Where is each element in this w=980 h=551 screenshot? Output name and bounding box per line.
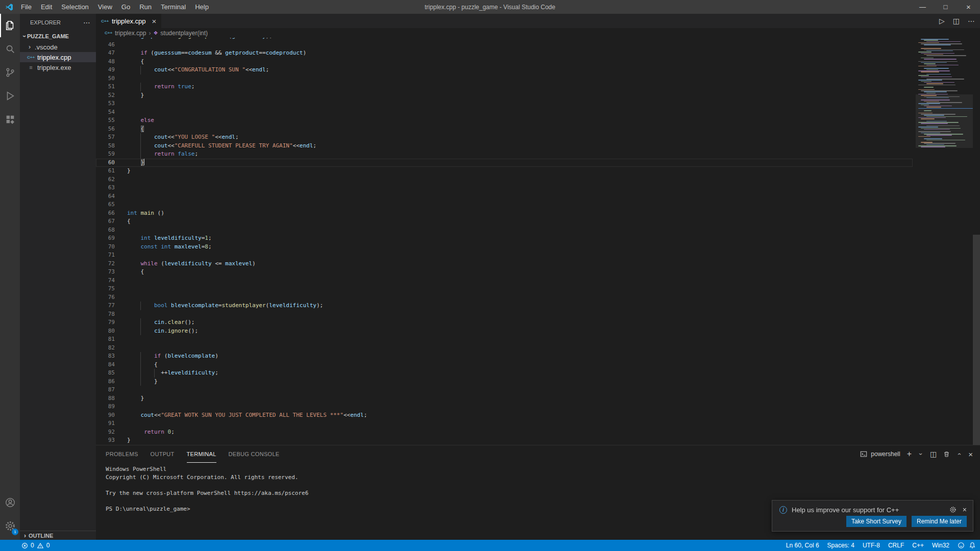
source-control-icon[interactable] xyxy=(0,61,20,84)
status-item-c-[interactable]: C++ xyxy=(908,542,928,549)
panel-tab-problems[interactable]: PROBLEMS xyxy=(106,445,138,463)
code-line-65[interactable]: 65 xyxy=(96,201,913,209)
code-line-86[interactable]: 86 } xyxy=(96,378,913,386)
status-item-utf-8[interactable]: UTF-8 xyxy=(859,542,884,549)
code-line-46[interactable]: 46 xyxy=(96,41,913,49)
breadcrumb-symbol[interactable]: studentplayer(int) xyxy=(160,30,208,37)
code-line-63[interactable]: 63 xyxy=(96,184,913,192)
notifications-bell-icon[interactable] xyxy=(969,542,976,549)
status-item-crlf[interactable]: CRLF xyxy=(884,542,908,549)
panel-tab-output[interactable]: OUTPUT xyxy=(151,445,175,463)
new-terminal-icon[interactable]: + xyxy=(907,449,912,459)
notification-close-icon[interactable]: × xyxy=(963,506,967,514)
menu-view[interactable]: View xyxy=(93,0,117,14)
code-line-62[interactable]: 62 xyxy=(96,176,913,184)
panel-tab-terminal[interactable]: TERMINAL xyxy=(187,445,216,463)
menu-selection[interactable]: Selection xyxy=(57,0,93,14)
problems-status[interactable]: 0 0 xyxy=(21,542,50,549)
code-line-61[interactable]: 61} xyxy=(96,167,913,176)
code-line-76[interactable]: 76 xyxy=(96,293,913,302)
close-button[interactable]: × xyxy=(957,0,980,14)
tab-tripplex-cpp[interactable]: C++ tripplex.cpp × xyxy=(96,14,161,28)
status-item-ln-60-col-6[interactable]: Ln 60, Col 6 xyxy=(782,542,823,549)
code-line-69[interactable]: 69 int leveldificulty=1; xyxy=(96,234,913,243)
notification-settings-icon[interactable] xyxy=(949,506,957,513)
code-line-47[interactable]: 47 if (guesssum==codesum && getproduct==… xyxy=(96,49,913,58)
code-line-91[interactable]: 91 xyxy=(96,419,913,428)
code-line-79[interactable]: 79 cin.clear(); xyxy=(96,318,913,327)
menu-terminal[interactable]: Terminal xyxy=(156,0,190,14)
split-editor-icon[interactable]: ◫ xyxy=(953,17,960,25)
split-terminal-icon[interactable]: ◫ xyxy=(930,450,937,458)
settings-gear-icon[interactable]: 1 xyxy=(0,514,20,538)
code-line-70[interactable]: 70 const int maxlevel=8; xyxy=(96,243,913,252)
code-line-88[interactable]: 88 } xyxy=(96,394,913,403)
code-line-53[interactable]: 53 xyxy=(96,99,913,108)
minimap[interactable] xyxy=(916,38,973,445)
menu-file[interactable]: File xyxy=(16,0,36,14)
close-panel-icon[interactable]: × xyxy=(968,450,973,459)
run-button[interactable]: ▷ xyxy=(939,17,945,25)
menu-help[interactable]: Help xyxy=(190,0,213,14)
code-line-83[interactable]: 83 if (blevelcomplate) xyxy=(96,352,913,361)
code-editor[interactable]: getproduct=getguessproduct(guessarray);4… xyxy=(96,38,980,445)
explorer-more-actions-icon[interactable]: ⋯ xyxy=(83,18,91,27)
menu-run[interactable]: Run xyxy=(135,0,156,14)
file-item-tripplex-cpp[interactable]: C++tripplex.cpp xyxy=(20,52,96,62)
code-line-89[interactable]: 89 xyxy=(96,403,913,411)
code-line-77[interactable]: 77 bool blevelcomplate=studentplayer(lev… xyxy=(96,302,913,310)
code-line-81[interactable]: 81 xyxy=(96,335,913,344)
maximize-button[interactable]: □ xyxy=(934,0,957,14)
remind-later-button[interactable]: Remind Me later xyxy=(912,516,967,527)
code-line-67[interactable]: 67{ xyxy=(96,217,913,226)
scrollbar-thumb[interactable] xyxy=(973,235,980,445)
code-line-59[interactable]: 59 return false; xyxy=(96,150,913,159)
minimize-button[interactable]: — xyxy=(911,0,934,14)
file-item--vscode[interactable]: ›.vscode xyxy=(20,42,96,52)
code-line-66[interactable]: 66int main () xyxy=(96,209,913,218)
code-line-74[interactable]: 74 xyxy=(96,277,913,285)
breadcrumb-file[interactable]: tripplex.cpp xyxy=(115,30,146,37)
code-line-55[interactable]: 55 else xyxy=(96,116,913,125)
menu-go[interactable]: Go xyxy=(117,0,135,14)
extensions-icon[interactable] xyxy=(0,108,20,131)
code-line-85[interactable]: 85 ++leveldificulty; xyxy=(96,369,913,378)
code-line-56[interactable]: 56 { xyxy=(96,125,913,134)
account-icon[interactable] xyxy=(0,491,20,514)
more-actions-icon[interactable]: ⋯ xyxy=(968,17,975,25)
code-line-93[interactable]: 93} xyxy=(96,436,913,445)
code-line-64[interactable]: 64 xyxy=(96,192,913,201)
code-line-51[interactable]: 51 return true; xyxy=(96,83,913,91)
maximize-panel-icon[interactable]: › xyxy=(955,452,963,457)
code-line-75[interactable]: 75 xyxy=(96,285,913,293)
editor-scrollbar[interactable] xyxy=(973,38,980,445)
code-line-84[interactable]: 84 { xyxy=(96,361,913,369)
code-line-87[interactable]: 87 xyxy=(96,386,913,394)
kill-terminal-icon[interactable] xyxy=(943,450,950,458)
code-line-78[interactable]: 78 xyxy=(96,310,913,319)
code-line-80[interactable]: 80 cin.ignore(); xyxy=(96,327,913,336)
code-line-72[interactable]: 72 while (leveldificulty <= maxlevel) xyxy=(96,260,913,268)
code-line-54[interactable]: 54 xyxy=(96,108,913,117)
code-line-68[interactable]: 68 xyxy=(96,226,913,235)
status-item-spaces-4[interactable]: Spaces: 4 xyxy=(823,542,859,549)
code-line-57[interactable]: 57 cout<<"YOU LOOSE "<<endl; xyxy=(96,133,913,142)
code-line-82[interactable]: 82 xyxy=(96,344,913,353)
code-line-73[interactable]: 73 { xyxy=(96,268,913,277)
code-line-49[interactable]: 49 cout<<"CONGRATULATION SUN "<<endl; xyxy=(96,66,913,74)
code-line-90[interactable]: 90 cout<<"GREAT WOTK SUN YOU JUST COMPLE… xyxy=(96,411,913,420)
code-line-52[interactable]: 52 } xyxy=(96,91,913,100)
tab-close-icon[interactable]: × xyxy=(152,17,156,25)
take-survey-button[interactable]: Take Short Survey xyxy=(846,516,906,527)
menu-edit[interactable]: Edit xyxy=(36,0,57,14)
status-item-win32[interactable]: Win32 xyxy=(928,542,953,549)
feedback-icon[interactable] xyxy=(958,542,965,549)
code-line-48[interactable]: 48 { xyxy=(96,58,913,66)
outline-section[interactable]: › OUTLINE xyxy=(20,531,96,540)
run-debug-icon[interactable] xyxy=(0,84,20,108)
code-line-71[interactable]: 71 xyxy=(96,251,913,260)
chevron-down-icon[interactable]: › xyxy=(917,452,924,457)
code-line-92[interactable]: 92 return 0; xyxy=(96,428,913,437)
code-line-60[interactable]: 60 } xyxy=(96,159,913,167)
file-item-tripplex-exe[interactable]: ≡tripplex.exe xyxy=(20,62,96,72)
